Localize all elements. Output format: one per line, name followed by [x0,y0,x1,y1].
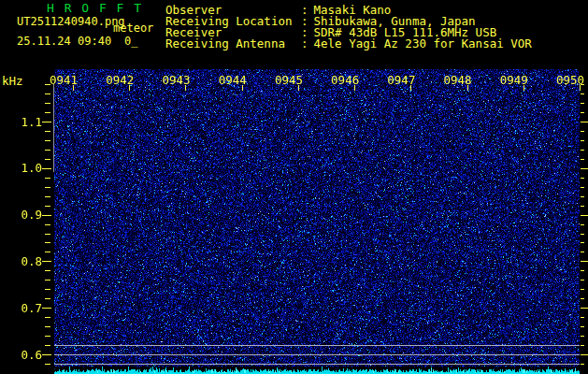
filename-label: UT2511240940.png [17,15,125,28]
app-title: H R O F F T [47,1,143,15]
freq-tick-right [581,317,584,318]
time-tick-label: 0944 [219,75,247,86]
freq-tick-left [42,215,51,216]
freq-tick-left [42,308,51,309]
freq-tick-left [45,206,50,207]
freq-tick-right [581,242,584,243]
datetime-label: 25.11.24 09:40 [17,35,111,48]
echo-count-label: 0_ [124,35,137,48]
freq-tick-left [45,140,50,141]
freq-tick-right [581,336,584,337]
info-separator: : [301,38,308,50]
freq-tick-right [581,261,588,262]
freq-tick-right [581,308,588,309]
freq-tick-right [581,326,584,327]
freq-tick-right [581,280,584,280]
freq-tick-right [581,354,588,355]
freq-tick-label: 1.0 [15,162,42,174]
freq-tick-right [581,298,584,299]
freq-tick-right [581,140,584,141]
freq-tick-left [45,103,50,104]
time-tick-label: 0943 [162,75,190,86]
freq-tick-left [45,159,50,160]
hrofft-screen: H R O F F T UT2511240940.png meteor 25.1… [0,0,588,374]
time-tick-label: 0948 [444,75,472,86]
freq-tick-left [45,345,50,346]
freq-tick-left [45,298,50,299]
freq-tick-left [42,354,51,355]
freq-tick-right [581,122,588,122]
freq-tick-right [581,103,584,104]
freq-tick-left [45,131,50,132]
freq-tick-label: 1.1 [15,116,42,128]
freq-tick-left [45,252,50,252]
freq-tick-left [42,168,51,169]
freq-tick-right [581,345,584,346]
freq-tick-left [45,234,50,235]
freq-tick-right [581,206,584,207]
time-tick-label: 0950 [556,75,584,86]
freq-tick-left [42,122,51,122]
reference-line [54,345,580,346]
freq-tick-label: 0.7 [15,302,42,314]
freq-tick-left [45,196,50,197]
freq-tick-label: 0.6 [15,349,42,361]
freq-tick-right [581,224,584,225]
freq-tick-left [45,178,50,179]
reference-line [54,354,580,355]
time-tick-label: 0946 [331,75,359,86]
station-info-table: Observer:Masaki KanoReceiving Location:S… [165,5,532,50]
freq-tick-right [581,252,584,252]
freq-tick-right [581,159,584,160]
freq-tick-left [45,280,50,280]
freq-unit-label: kHz [2,74,23,88]
freq-tick-right [581,234,584,235]
freq-tick-left [45,364,50,365]
time-tick-label: 0947 [387,75,415,86]
freq-tick-left [45,150,50,151]
reference-line [54,364,580,365]
time-tick-label: 0949 [500,75,528,86]
freq-tick-left [45,270,50,271]
freq-tick-left [45,242,50,243]
freq-tick-right [581,178,584,179]
spectrogram-canvas [54,69,580,374]
freq-tick-right [581,289,584,290]
time-tick-label: 0942 [106,75,134,86]
freq-tick-left [42,261,51,262]
freq-tick-left [45,187,50,188]
freq-tick-left [45,112,50,113]
station-info-row: Receiving Antenna:4ele Yagi Az 230 for K… [165,38,532,50]
freq-tick-right [581,270,584,271]
time-tick-label: 0945 [275,75,303,86]
freq-tick-right [581,215,588,216]
freq-tick-left [45,224,50,225]
freq-tick-label: 0.8 [15,255,42,267]
freq-tick-right [581,168,588,169]
freq-tick-left [45,326,50,327]
freq-tick-right [581,131,584,132]
info-label: Receiving Antenna [165,38,301,50]
plot-left-edge-line [53,84,54,172]
info-value: 4ele Yagi Az 230 for Kansai VOR [314,38,532,50]
freq-tick-right [581,364,584,365]
meteor-overlay-label: meteor [113,22,153,35]
freq-tick-right [581,94,584,94]
freq-tick-left [45,317,50,318]
freq-tick-left [45,94,50,94]
freq-tick-left [45,289,50,290]
freq-tick-right [581,150,584,151]
freq-tick-right [581,196,584,197]
freq-tick-right [581,112,584,113]
freq-tick-right [581,187,584,188]
freq-tick-label: 0.9 [15,209,42,221]
freq-tick-left [45,336,50,337]
